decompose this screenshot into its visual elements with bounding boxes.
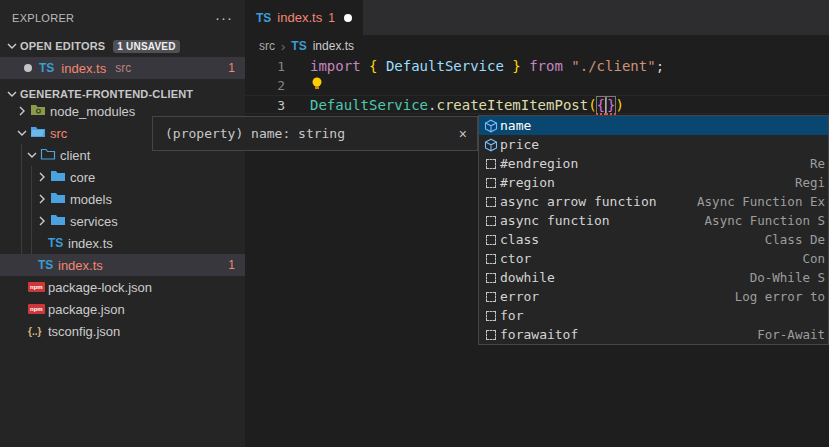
suggestion-label: error — [500, 289, 539, 304]
suggestion-label: ctor — [500, 251, 531, 266]
suggestion-for[interactable]: for — [479, 306, 828, 325]
suggestion-detail: Log error to — [727, 289, 825, 304]
unsaved-dot-icon[interactable] — [344, 14, 352, 22]
tree-item-core[interactable]: core — [0, 166, 245, 188]
folder-icon — [30, 125, 46, 141]
dirty-dot-icon[interactable] — [24, 64, 32, 72]
lightbulb-icon[interactable] — [310, 76, 324, 97]
vscode-window: EXPLORER ··· OPEN EDITORS 1 UNSAVED TS i… — [0, 0, 829, 447]
tab-filename: index.ts — [277, 10, 322, 25]
explorer-sidebar: EXPLORER ··· OPEN EDITORS 1 UNSAVED TS i… — [0, 0, 245, 447]
open-editors-label: OPEN EDITORS — [20, 40, 105, 52]
suggestion-label: class — [500, 232, 539, 247]
line-number: 1 — [245, 57, 285, 76]
tree-item-label: node_modules — [50, 104, 135, 119]
tree-item-index-ts[interactable]: TSindex.ts — [0, 232, 245, 254]
snippet-icon — [482, 273, 500, 283]
snippet-icon — [482, 178, 500, 188]
breadcrumb-file[interactable]: index.ts — [313, 39, 354, 53]
typescript-file-icon: TS — [48, 237, 63, 249]
tree-item-label: client — [60, 148, 90, 163]
suggestion--endregion[interactable]: #endregionRe — [479, 154, 828, 173]
tree-item-label: index.ts — [58, 258, 103, 273]
suggestion-details-tooltip: (property) name: string × — [152, 116, 478, 151]
tab-indexts[interactable]: TS index.ts 1 — [245, 0, 363, 35]
suggestion-async-arrow-function[interactable]: async arrow functionAsync Function Ex — [479, 192, 828, 211]
snippet-icon — [482, 311, 500, 321]
tree-item-index-ts[interactable]: TSindex.ts1 — [0, 254, 245, 276]
snippet-icon — [482, 254, 500, 264]
breadcrumb-folder[interactable]: src — [259, 39, 275, 53]
suggestion-label: forawaitof — [500, 327, 578, 342]
chevron-right-icon — [34, 169, 50, 185]
suggestion-label: price — [500, 137, 539, 152]
typescript-file-icon: TS — [291, 40, 306, 52]
chevron-right-icon: › — [281, 39, 285, 54]
suggestion-detail: Regi — [787, 175, 825, 190]
npm-file-icon: npm — [28, 304, 45, 314]
code-line-1[interactable]: 1import { DefaultService } from "./clien… — [245, 57, 829, 76]
suggestion-label: #endregion — [500, 156, 578, 171]
tab-bar: TS index.ts 1 — [245, 0, 829, 35]
suggestion-forawaitof[interactable]: forawaitofFor-Await — [479, 325, 828, 344]
open-editor-filename: index.ts — [61, 61, 106, 76]
chevron-right-icon — [14, 103, 30, 119]
suggestion-name[interactable]: name — [479, 116, 828, 135]
code-line-3[interactable]: 3DefaultService.createItemItemPost({}) — [245, 95, 829, 114]
suggestion-label: for — [500, 308, 523, 323]
folder-icon — [50, 191, 66, 207]
chevron-right-icon — [34, 213, 50, 229]
suggestion-dowhile[interactable]: dowhileDo-While S — [479, 268, 828, 287]
tree-item-label: index.ts — [68, 236, 113, 251]
tree-item-label: services — [70, 214, 118, 229]
chevron-down-icon — [14, 125, 30, 141]
tab-problem-badge: 1 — [328, 11, 335, 25]
field-icon — [482, 118, 500, 134]
open-editor-folder: src — [115, 61, 131, 75]
suggestion-detail: Async Function S — [697, 213, 825, 228]
tree-item-package-json[interactable]: npmpackage.json — [0, 298, 245, 320]
tree-item-tsconfig-json[interactable]: {..}tsconfig.json — [0, 320, 245, 342]
explorer-header: EXPLORER ··· — [0, 0, 245, 35]
suggestion-label: #region — [500, 175, 555, 190]
suggestion-detail: Con — [794, 251, 825, 266]
folder-icon — [50, 169, 66, 185]
open-editor-item-indexts[interactable]: TS index.ts src 1 — [0, 57, 245, 79]
tree-item-package-lock-json[interactable]: npmpackage-lock.json — [0, 276, 245, 298]
suggestion-detail: Class De — [757, 232, 825, 247]
suggestion-label: async arrow function — [500, 194, 657, 209]
open-editors-header[interactable]: OPEN EDITORS 1 UNSAVED — [0, 35, 245, 57]
chevron-down-icon — [4, 38, 20, 54]
tree-item-label: package-lock.json — [48, 280, 152, 295]
suggestion-ctor[interactable]: ctorCon — [479, 249, 828, 268]
tree-item-services[interactable]: services — [0, 210, 245, 232]
chevron-down-icon — [24, 147, 40, 163]
suggestion-label: name — [500, 118, 531, 133]
code-line-2[interactable]: 2 — [245, 76, 829, 95]
project-name: GENERATE-FRONTEND-CLIENT — [20, 88, 193, 100]
suggestion-label: dowhile — [500, 270, 555, 285]
suggestion--region[interactable]: #regionRegi — [479, 173, 828, 192]
tree-item-label: src — [50, 126, 67, 141]
suggestion-async-function[interactable]: async functionAsync Function S — [479, 211, 828, 230]
explorer-title: EXPLORER — [12, 12, 74, 24]
suggestion-price[interactable]: price — [479, 135, 828, 154]
tooltip-text: (property) name: string — [165, 126, 345, 141]
json-braces-icon: {..} — [28, 326, 41, 337]
close-icon[interactable]: × — [459, 126, 467, 142]
code-editor[interactable]: 1import { DefaultService } from "./clien… — [245, 57, 829, 114]
line-number: 2 — [245, 76, 285, 95]
tree-item-models[interactable]: models — [0, 188, 245, 210]
tree-item-label: core — [70, 170, 95, 185]
snippet-icon — [482, 216, 500, 226]
suggestion-detail: Do-While S — [742, 270, 825, 285]
line-number: 3 — [245, 96, 285, 113]
problem-count-badge: 1 — [228, 258, 235, 272]
typescript-file-icon: TS — [256, 12, 271, 24]
chevron-right-icon — [34, 191, 50, 207]
unsaved-badge: 1 UNSAVED — [113, 40, 179, 53]
more-actions-icon[interactable]: ··· — [215, 9, 233, 26]
tree-item-label: models — [70, 192, 112, 207]
suggestion-class[interactable]: classClass De — [479, 230, 828, 249]
suggestion-error[interactable]: errorLog error to — [479, 287, 828, 306]
